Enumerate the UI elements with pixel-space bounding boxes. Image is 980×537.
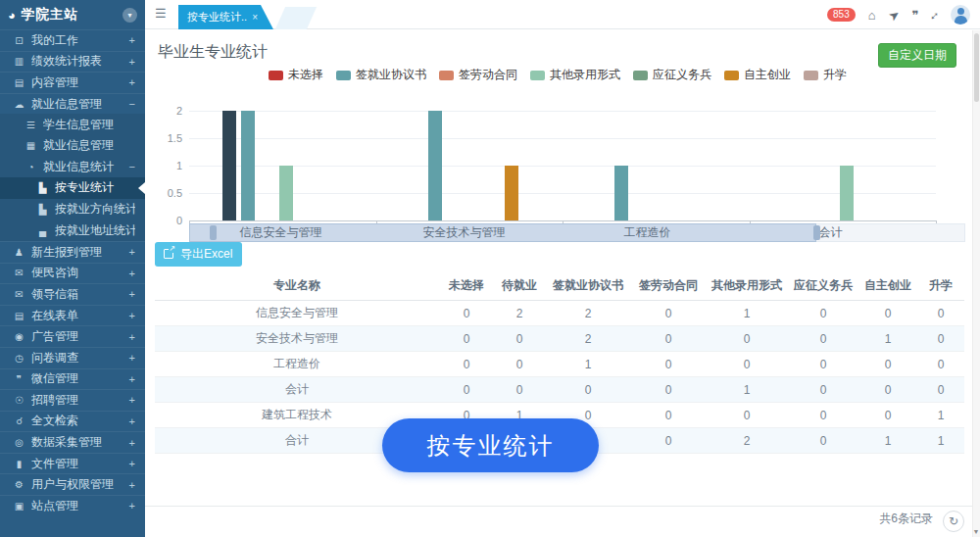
sidebar-item-label: 就业信息管理 [43, 137, 135, 154]
value-cell: 0 [788, 428, 858, 454]
table-row: 安全技术与管理00200010 [155, 326, 964, 352]
sidebar-item-label: 按就业方向统计 [55, 201, 135, 218]
sidebar-item-stats-by-major[interactable]: ▙按专业统计 [0, 177, 145, 199]
sidebar-item-label: 绩效统计报表 [31, 53, 129, 70]
value-cell: 0 [917, 352, 964, 377]
send-icon-glyph: ➤ [885, 6, 903, 24]
search-icon: ☌ [12, 415, 26, 426]
sidebar-item-convenience-consult[interactable]: ✉便民咨询+ [0, 263, 145, 284]
x-category-label: 工程造价 [624, 224, 671, 241]
scroll-down-icon[interactable]: ▼ [972, 528, 980, 535]
sidebar-item-employment-stats[interactable]: ◔就业信息统计− [0, 157, 145, 178]
gridline [189, 138, 936, 139]
area-chart-icon: ▄ [35, 225, 50, 236]
sidebar-item-data-collection[interactable]: ◎数据采集管理+ [0, 431, 145, 453]
column-header: 自主创业 [858, 271, 917, 301]
value-cell: 0 [631, 403, 706, 428]
sidebar-item-label: 在线表单 [31, 308, 129, 324]
menu-fold-icon[interactable]: ☰ [155, 6, 167, 21]
custom-date-button[interactable]: 自定义日期 [878, 43, 956, 68]
sidebar-item-employment-info-mgmt[interactable]: ☁就业信息管理− [0, 93, 145, 115]
chevron-down-circle-icon[interactable]: ▾ [122, 8, 137, 23]
plus-icon: + [129, 288, 135, 300]
legend-item[interactable]: 其他录用形式 [530, 67, 620, 83]
sidebar-item-online-forms[interactable]: ▤在线表单+ [0, 305, 145, 326]
legend-swatch [439, 71, 454, 80]
sidebar-item-performance-stats[interactable]: ▥绩效统计报表+ [0, 51, 145, 73]
value-cell: 1 [706, 301, 788, 326]
tab-stats-by-major[interactable]: 按专业统计..× [178, 5, 273, 29]
notification-badge[interactable]: 853 [827, 8, 856, 22]
export-excel-button[interactable]: 导出Excel [155, 242, 242, 267]
sidebar-item-label: 新生报到管理 [31, 244, 129, 261]
datazoom-handle[interactable] [210, 225, 217, 240]
database-icon: ◎ [12, 437, 26, 448]
send-icon[interactable]: ➤ [889, 8, 900, 23]
scrollbar[interactable]: ▼ [972, 30, 980, 537]
action-overlay-stats-by-major[interactable]: 按专业统计 [382, 418, 599, 472]
value-cell: 0 [494, 326, 545, 352]
legend-item[interactable]: 未选择 [269, 67, 323, 83]
refresh-button[interactable]: ↻ [943, 511, 964, 532]
site-title: 学院主站 [22, 6, 122, 24]
users-icon: ♟ [12, 247, 26, 258]
user-avatar[interactable] [951, 5, 970, 24]
value-cell: 0 [788, 377, 858, 403]
value-cell: 1 [917, 428, 964, 454]
sidebar-item-fulltext-search[interactable]: ☌全文检索+ [0, 411, 145, 432]
sidebar-item-my-work[interactable]: ⊡我的工作+ [0, 29, 145, 51]
value-cell: 2 [706, 428, 788, 454]
close-icon[interactable]: × [252, 12, 258, 23]
value-cell: 0 [788, 301, 858, 326]
major-name-cell: 工程造价 [155, 352, 439, 377]
legend-item[interactable]: 升学 [804, 67, 847, 83]
bar-chart-icon: ▙ [35, 182, 50, 193]
sidebar-item-label: 招聘管理 [31, 392, 129, 409]
app-window: ◕ 学院主站 ▾ ⊡我的工作+▥绩效统计报表+▤内容管理+☁就业信息管理−☰学生… [0, 0, 980, 537]
sidebar-item-wechat-mgmt[interactable]: ❞微信管理+ [0, 368, 145, 390]
value-cell: 0 [917, 301, 964, 326]
sidebar-item-employment-info-sub[interactable]: ▦就业信息管理 [0, 135, 145, 157]
value-cell: 0 [788, 326, 858, 352]
sidebar-item-content-mgmt[interactable]: ▤内容管理+ [0, 72, 145, 93]
expand-icon-glyph: ↕ [927, 7, 942, 22]
x-category-label: 安全技术与管理 [423, 224, 506, 241]
comments-icon[interactable]: ❞ [912, 8, 919, 23]
legend-swatch [336, 71, 351, 80]
value-cell: 2 [494, 301, 545, 326]
sidebar-item-site-mgmt[interactable]: ▣站点管理+ [0, 495, 145, 516]
scrollbar-thumb[interactable] [974, 33, 979, 102]
value-cell: 1 [706, 377, 788, 403]
sidebar-item-label: 按就业地址统计 [55, 222, 135, 239]
sidebar-item-student-info-mgmt[interactable]: ☰学生信息管理 [0, 114, 145, 135]
sidebar-item-stats-by-direction[interactable]: ▙按就业方向统计 [0, 199, 145, 220]
sidebar-item-user-permission[interactable]: ⚙用户与权限管理+ [0, 473, 145, 495]
expand-icon[interactable]: ↕ [932, 8, 939, 23]
value-cell: 0 [439, 377, 494, 403]
chart-bar [840, 166, 854, 220]
file-text-icon: ▤ [12, 311, 26, 321]
y-axis-label: 0.5 [145, 187, 182, 199]
legend-item[interactable]: 应征义务兵 [633, 67, 711, 83]
sidebar-item-leader-mailbox[interactable]: ✉领导信箱+ [0, 283, 145, 305]
sidebar-item-recruitment-mgmt[interactable]: ☉招聘管理+ [0, 389, 145, 411]
sidebar-item-freshman-registration[interactable]: ♟新生报到管理+ [0, 241, 145, 263]
legend-item[interactable]: 签就业协议书 [336, 67, 426, 83]
sidebar-item-file-mgmt[interactable]: ▮文件管理+ [0, 453, 145, 474]
y-axis-label: 0 [145, 215, 182, 226]
envelope-icon: ✉ [12, 289, 26, 300]
legend-label: 自主创业 [744, 67, 791, 83]
legend-item[interactable]: 自主创业 [724, 67, 791, 83]
sidebar-item-stats-by-address[interactable]: ▄按就业地址统计 [0, 220, 145, 241]
datazoom-handle[interactable] [813, 225, 820, 240]
sidebar-item-label: 学生信息管理 [43, 117, 135, 133]
sidebar-item-ad-mgmt[interactable]: ◉广告管理+ [0, 325, 145, 347]
sidebar-item-survey[interactable]: ◷问卷调查+ [0, 347, 145, 368]
value-cell: 0 [706, 403, 788, 428]
file-icon: ▮ [12, 459, 26, 469]
major-name-cell: 会计 [155, 377, 439, 403]
topbar: ☰ 按专业统计..× 853 ⌂➤❞↕ [145, 0, 980, 29]
legend-item[interactable]: 签劳动合同 [439, 67, 517, 83]
value-cell: 0 [439, 352, 494, 377]
home-icon[interactable]: ⌂ [868, 8, 876, 23]
